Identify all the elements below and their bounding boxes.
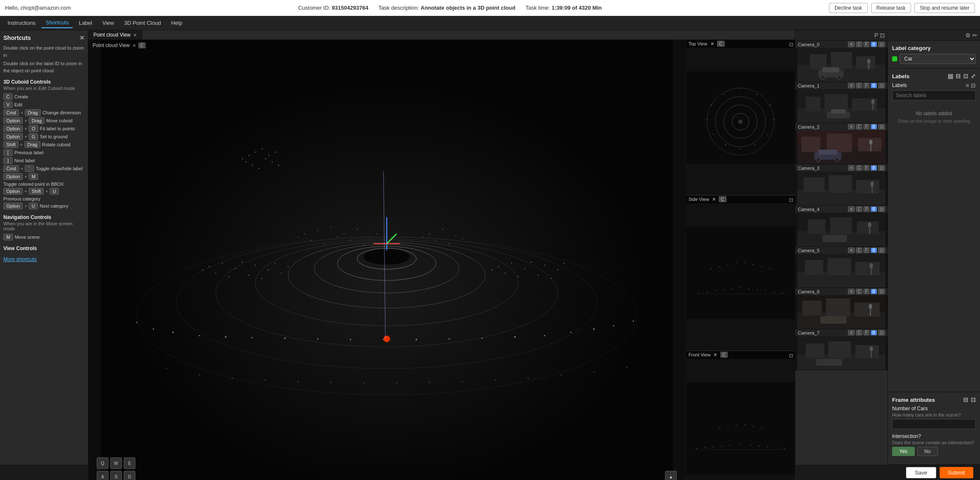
camera-2-thumb — [795, 130, 887, 164]
cam1-f[interactable]: F — [863, 83, 869, 88]
stop-resume-button[interactable]: Stop and resume later — [914, 3, 975, 13]
cam1-close[interactable]: ✕ — [848, 83, 855, 88]
yes-button[interactable]: Yes — [892, 447, 915, 456]
cam3-expand[interactable]: ⊡ — [878, 165, 885, 171]
point-cloud-view-tab[interactable]: Point cloud View ✕ — [88, 30, 142, 40]
front-view: Front View ✕ C ⊡ — [686, 351, 795, 480]
q-key[interactable]: Q — [97, 457, 109, 469]
cam2-close[interactable]: ✕ — [848, 124, 855, 129]
save-button[interactable]: Save — [906, 467, 936, 478]
cam6-expand[interactable]: ⊡ — [878, 289, 885, 294]
cam7-close[interactable]: ✕ — [848, 330, 855, 335]
top-view-maximize[interactable]: ⊡ — [789, 42, 793, 47]
labels-fullscreen-icon[interactable]: ⤢ — [971, 73, 976, 79]
svg-point-200 — [869, 140, 873, 145]
cam4-close[interactable]: ✕ — [848, 206, 855, 212]
cam4-expand[interactable]: ⊡ — [878, 206, 885, 212]
cam2-expand[interactable]: ⊡ — [878, 124, 885, 129]
frame-attr-minimize-icon[interactable]: ⊟ — [963, 396, 968, 403]
labels-expand-icon[interactable]: ⊡ — [963, 73, 968, 79]
side-view-maximize[interactable]: ⊡ — [789, 197, 793, 203]
cam5-expand[interactable]: ⊡ — [878, 248, 885, 253]
cam1-b[interactable]: B — [871, 83, 877, 88]
cam0-c[interactable]: C — [856, 42, 862, 47]
cam4-b[interactable]: B — [871, 206, 877, 212]
front-view-header: Front View ✕ C ⊡ — [686, 351, 795, 359]
cam7-expand[interactable]: ⊡ — [878, 330, 885, 335]
cam0-b[interactable]: B — [871, 42, 877, 47]
cam7-c[interactable]: C — [856, 330, 862, 335]
cam3-f[interactable]: F — [863, 165, 869, 171]
cam2-b[interactable]: B — [871, 124, 877, 129]
label-panel-edit-icon[interactable]: ✏ — [972, 32, 977, 39]
label-category-select[interactable]: Car Pedestrian Bicycle — [900, 54, 976, 64]
cam5-c[interactable]: C — [856, 248, 862, 253]
w-key[interactable]: W — [110, 457, 122, 469]
frame-attr-expand-icon[interactable]: ⊡ — [971, 396, 976, 403]
cam7-b[interactable]: B — [871, 330, 877, 335]
more-shortcuts-link[interactable]: More shortcuts — [3, 256, 85, 262]
labels-sub-filter[interactable]: ⊟ — [971, 82, 976, 89]
side-view-close[interactable]: ✕ — [712, 197, 716, 202]
cameras-panel-icon1[interactable]: P — [874, 32, 878, 39]
cam3-b[interactable]: B — [871, 165, 877, 171]
menu-shortcuts[interactable]: Shortcuts — [41, 18, 73, 28]
d-key[interactable]: D — [124, 471, 135, 480]
cam0-close[interactable]: ✕ — [848, 42, 855, 47]
cam1-expand[interactable]: ⊡ — [878, 83, 885, 88]
labels-sub-sort[interactable]: ≡ — [966, 82, 969, 89]
cam1-c[interactable]: C — [856, 83, 862, 88]
svg-point-47 — [304, 233, 305, 235]
svg-point-16 — [284, 338, 286, 339]
labels-sort-icon[interactable]: ⊟ — [956, 73, 961, 79]
main-point-cloud-view[interactable]: Point cloud View ✕ C — [88, 40, 686, 480]
cam0-expand[interactable]: ⊡ — [878, 42, 885, 47]
s-key[interactable]: S — [110, 471, 122, 480]
menu-3d-point-cloud[interactable]: 3D Point Cloud — [120, 18, 165, 28]
cam6-close[interactable]: ✕ — [848, 289, 855, 294]
svg-point-72 — [241, 261, 243, 263]
svg-point-233 — [869, 304, 872, 309]
cam7-f[interactable]: F — [863, 330, 869, 335]
cam5-f[interactable]: F — [863, 248, 869, 253]
submit-button[interactable]: Submit — [940, 467, 973, 478]
menu-view[interactable]: View — [98, 18, 118, 28]
num-cars-input[interactable] — [892, 419, 976, 429]
camera-6-thumb — [795, 295, 887, 329]
svg-rect-40 — [278, 165, 279, 166]
svg-rect-217 — [857, 222, 879, 234]
cam4-f[interactable]: F — [863, 206, 869, 212]
menu-label[interactable]: Label — [74, 18, 96, 28]
cam6-b[interactable]: B — [871, 289, 877, 294]
front-view-maximize[interactable]: ⊡ — [789, 353, 793, 359]
search-labels-input[interactable] — [892, 90, 976, 100]
shortcuts-close-button[interactable]: ✕ — [79, 34, 85, 41]
cam2-f[interactable]: F — [863, 124, 869, 129]
cam3-close[interactable]: ✕ — [848, 165, 855, 171]
shortcut-row: Option + G Set to ground — [3, 133, 85, 140]
release-task-button[interactable]: Release task — [871, 3, 911, 13]
cam2-c[interactable]: C — [856, 124, 862, 129]
a-key[interactable]: A — [97, 471, 109, 480]
cam6-f[interactable]: F — [863, 289, 869, 294]
tab-close-icon[interactable]: ✕ — [133, 33, 137, 37]
cam5-close[interactable]: ✕ — [848, 248, 855, 253]
nav-up-button[interactable]: ▲ — [665, 471, 677, 480]
cameras-panel-expand[interactable]: ⊡ — [880, 32, 885, 39]
decline-task-button[interactable]: Decline task — [829, 3, 867, 13]
cam4-c[interactable]: C — [856, 206, 862, 212]
no-button[interactable]: No — [917, 447, 938, 456]
labels-filter-icon[interactable]: ▤ — [948, 73, 953, 79]
e-key[interactable]: E — [124, 457, 135, 469]
menu-help[interactable]: Help — [167, 18, 187, 28]
cam5-b[interactable]: B — [871, 248, 877, 253]
front-view-close[interactable]: ✕ — [713, 352, 717, 357]
cam0-f[interactable]: F — [863, 42, 869, 47]
cam6-c[interactable]: C — [856, 289, 862, 294]
svg-point-128 — [698, 293, 699, 293]
top-view-close[interactable]: ✕ — [710, 41, 714, 46]
label-panel-settings-icon[interactable]: ⚙ — [965, 32, 971, 39]
main-view-close[interactable]: ✕ — [132, 43, 136, 48]
menu-instructions[interactable]: Instructions — [3, 18, 40, 28]
cam3-c[interactable]: C — [856, 165, 862, 171]
